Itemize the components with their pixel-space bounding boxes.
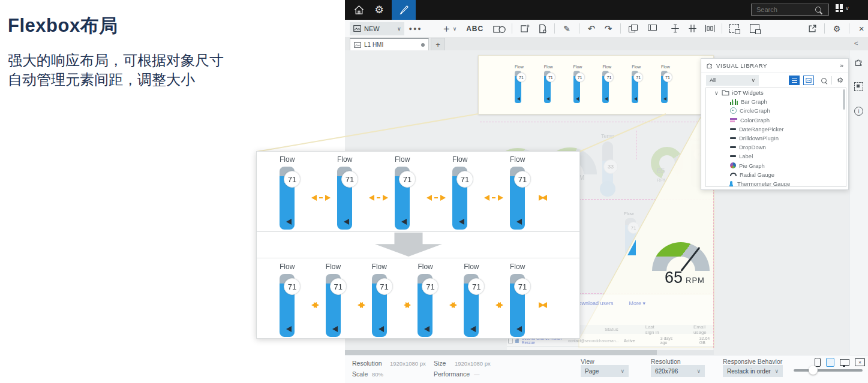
flow-widget-handle[interactable] [286, 326, 292, 332]
align-horizontal-button[interactable] [668, 22, 681, 36]
flow-widget[interactable]: Flow 71 [632, 65, 661, 103]
tab-l1-hmi[interactable]: L1 HMI [350, 38, 429, 50]
overflow-menu-icon[interactable]: ●●● [409, 26, 422, 32]
flow-widget-bar[interactable]: 71 [464, 274, 479, 337]
library-item-thermometer-gauge[interactable]: Thermometer Gauge [706, 179, 846, 187]
add-frame-button[interactable] [518, 22, 531, 36]
open-external-button[interactable] [806, 22, 819, 36]
library-item-colorgraph[interactable]: ColorGraph [706, 116, 846, 125]
toolbar-settings-button[interactable]: ⚙ [830, 22, 843, 36]
desktop-preview-icon[interactable] [840, 359, 849, 366]
flow-widget-bar[interactable]: 71 [337, 167, 352, 230]
library-filter-dropdown[interactable]: All ∨ [706, 75, 759, 86]
design-tab-active[interactable] [392, 0, 416, 20]
more-link[interactable]: More ▾ [629, 300, 646, 306]
canvas-scroll-strip[interactable] [657, 350, 714, 355]
add-widget-button[interactable]: ＋∨ [441, 22, 456, 36]
flow-widget-bar[interactable]: 71 [573, 71, 580, 103]
send-backward-button[interactable] [645, 22, 659, 36]
large-display-preview-icon[interactable]: ✕ [855, 358, 865, 366]
ungroup-button[interactable] [748, 22, 761, 36]
close-button[interactable]: × [855, 22, 868, 36]
home-button[interactable] [352, 3, 366, 17]
search-box[interactable] [751, 4, 829, 16]
flow-widget[interactable]: Flow 71 [337, 155, 395, 230]
flow-widget[interactable]: Flow 71 [418, 263, 464, 337]
zoom-slider-track[interactable] [794, 369, 863, 372]
download-users-link[interactable]: Download users [575, 300, 614, 306]
text-tool-button[interactable]: ABC [466, 22, 483, 36]
flow-widget[interactable]: Flow 71 [280, 155, 337, 230]
flow-widget-handle[interactable] [516, 219, 522, 225]
collapse-panel-chevron[interactable]: < [854, 40, 858, 47]
flow-widget-bar[interactable]: 71 [280, 167, 295, 230]
shapes-tool-button[interactable] [493, 22, 506, 36]
info-rail-icon[interactable]: i [854, 107, 863, 116]
flow-widget-handle[interactable] [424, 326, 430, 332]
flow-widget-handle[interactable] [332, 326, 338, 332]
flow-widget[interactable]: Flow 71 [515, 65, 544, 103]
canvas-scroll-strip[interactable] [345, 350, 657, 355]
flow-widget[interactable]: Flow 71 [602, 65, 632, 103]
flow-widget-bar[interactable]: 71 [326, 274, 341, 337]
responsive-behavior-dropdown[interactable]: Restack in order ∨ [723, 365, 783, 377]
flow-widget-bar[interactable]: 71 [602, 71, 609, 103]
flow-widget-handle[interactable] [401, 219, 407, 225]
flow-widget-bar[interactable]: 71 [418, 274, 433, 337]
flow-widget[interactable]: Flow 71 [280, 263, 326, 337]
flow-widget[interactable]: Flow 71 [464, 263, 510, 337]
flow-widget-bar[interactable]: 71 [510, 167, 525, 230]
settings-tab-button[interactable]: ⚙ [372, 4, 386, 16]
flow-widget-bar[interactable]: 71 [395, 167, 410, 230]
library-item-dropdown[interactable]: DropDown [706, 143, 846, 152]
flow-widget-handle[interactable] [286, 219, 292, 225]
flow-widget-handle[interactable] [634, 97, 637, 101]
phone-preview-icon[interactable] [815, 358, 821, 367]
flow-widget[interactable]: Flow 71 [510, 263, 551, 337]
library-item-circlegraph[interactable]: CircleGraph [706, 106, 846, 115]
flow-widget-handle[interactable] [546, 97, 549, 101]
app-switcher-button[interactable]: ∨ [836, 4, 849, 12]
library-item-label[interactable]: Label [706, 152, 846, 161]
group-button[interactable] [728, 22, 741, 36]
preview-resolution-dropdown[interactable]: 620x796 ∨ [651, 365, 705, 377]
distribute-button[interactable] [703, 22, 716, 36]
flow-widget-handle[interactable] [663, 97, 666, 101]
library-search-icon[interactable] [821, 78, 827, 83]
view-dropdown[interactable]: Page ∨ [581, 365, 629, 377]
new-tab-button[interactable]: + [431, 38, 445, 50]
flow-widget[interactable]: Flow 71 [573, 65, 603, 103]
search-icon[interactable] [815, 7, 821, 13]
library-item-radial-gauge[interactable]: Radial Gauge [706, 170, 846, 179]
flow-widget[interactable]: Flow 71 [326, 263, 372, 337]
flow-widget-handle[interactable] [470, 326, 476, 332]
tablet-preview-icon[interactable] [826, 358, 834, 367]
undo-button[interactable]: ↶ [585, 22, 598, 36]
flow-widget-handle[interactable] [516, 326, 522, 332]
new-asset-dropdown[interactable]: NEW ∨ [350, 22, 404, 35]
library-expand-button[interactable]: » [840, 62, 843, 69]
library-item-drilldownplugin[interactable]: DrilldownPlugIn [706, 134, 846, 143]
search-input[interactable] [755, 5, 815, 14]
flow-widget[interactable]: Flow 71 [395, 155, 452, 230]
library-item-pie-graph[interactable]: Pie Graph [706, 161, 846, 170]
flow-widget-bar[interactable]: 71 [510, 274, 525, 337]
flow-widget-handle[interactable] [517, 97, 520, 101]
align-vertical-button[interactable] [686, 22, 699, 36]
bring-forward-button[interactable] [626, 22, 639, 36]
tree-expand-chevron[interactable]: ∨ [714, 90, 719, 96]
thumbnail-view-button[interactable] [803, 76, 814, 85]
flow-widget[interactable]: Flow 71 [544, 65, 573, 103]
flow-widget-bar[interactable]: 71 [632, 71, 638, 103]
flow-widget-bar[interactable]: 71 [452, 167, 467, 230]
flow-widget-handle[interactable] [605, 97, 608, 101]
flow-widget-bar[interactable]: 71 [372, 274, 387, 337]
flow-widget[interactable]: Flow 71 [452, 155, 510, 230]
flow-widget-handle[interactable] [379, 326, 384, 332]
style-brush-button[interactable]: ✎ [560, 22, 573, 36]
flow-widget[interactable]: Flow 71 [661, 65, 672, 103]
flow-widget-handle[interactable] [459, 219, 464, 225]
library-settings-icon[interactable]: ⚙ [837, 76, 843, 85]
redo-button[interactable]: ↷ [602, 22, 615, 36]
flow-widget-handle[interactable] [344, 219, 349, 225]
